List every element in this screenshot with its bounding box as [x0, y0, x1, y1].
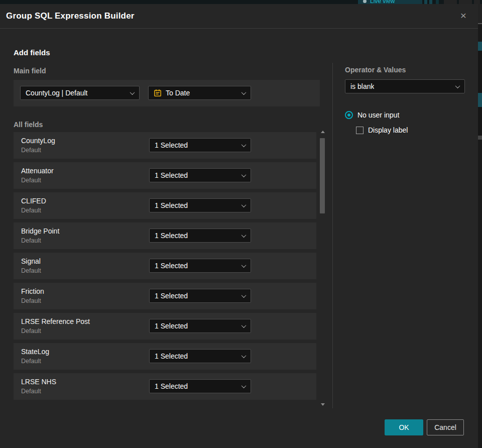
field-row: LRSE Reference Post Default 1 Selected — [14, 313, 316, 340]
main-field-select[interactable]: CountyLog | Default — [20, 86, 140, 100]
field-name: Bridge Point — [21, 227, 59, 235]
field-values-select-value: 1 Selected — [155, 262, 188, 270]
calendar-icon — [154, 89, 162, 97]
field-values-select-value: 1 Selected — [155, 352, 188, 360]
field-subtitle: Default — [21, 358, 41, 365]
field-values-select-value: 1 Selected — [155, 382, 188, 390]
field-row: Attenuator Default 1 Selected — [14, 162, 316, 189]
field-values-select-value: 1 Selected — [155, 232, 188, 240]
toolbar-icon-bar — [459, 0, 472, 4]
field-values-select-value: 1 Selected — [155, 141, 188, 149]
chevron-down-icon — [242, 172, 247, 177]
main-field-label: Main field — [14, 67, 46, 75]
live-view-toggle[interactable]: Live view — [358, 0, 422, 4]
field-values-select-value: 1 Selected — [155, 292, 188, 300]
background-selected-item — [478, 93, 482, 107]
dialog-title: Group SQL Expression Builder — [6, 11, 135, 21]
background-app-toolbar: Live view — [0, 0, 482, 4]
field-subtitle: Default — [21, 297, 41, 304]
field-values-select-value: 1 Selected — [155, 201, 188, 209]
chevron-down-icon — [242, 233, 247, 238]
field-subtitle: Default — [21, 207, 41, 214]
field-subtitle: Default — [21, 388, 41, 395]
chevron-down-icon — [242, 353, 247, 358]
field-subtitle: Default — [21, 327, 41, 334]
field-values-select[interactable]: 1 Selected — [149, 289, 251, 303]
main-field-select-value: CountyLog | Default — [26, 89, 88, 97]
operator-select-value: is blank — [350, 82, 374, 90]
toolbar-icon-bar — [429, 0, 432, 4]
live-view-label: Live view — [370, 0, 395, 4]
chevron-down-icon — [455, 83, 460, 88]
main-field-value-select[interactable]: To Date — [148, 86, 251, 100]
field-subtitle: Default — [21, 147, 41, 154]
field-values-select[interactable]: 1 Selected — [149, 379, 251, 393]
chevron-down-icon — [242, 383, 247, 388]
toolbar-icon-bar — [474, 0, 480, 4]
chevron-down-icon — [242, 202, 247, 207]
field-subtitle: Default — [21, 177, 41, 184]
field-values-select-value: 1 Selected — [155, 171, 188, 179]
field-subtitle: Default — [21, 267, 41, 274]
field-name: LRSE Reference Post — [21, 317, 90, 325]
background-app-edge — [478, 4, 482, 448]
field-name: StateLog — [21, 348, 49, 356]
fields-list-scrollbar[interactable] — [319, 130, 326, 407]
field-values-select[interactable]: 1 Selected — [149, 168, 251, 182]
field-values-select-value: 1 Selected — [155, 322, 188, 330]
live-view-toggle-dot — [363, 0, 367, 3]
main-field-value: To Date — [166, 89, 190, 97]
chevron-down-icon — [130, 90, 135, 95]
field-name: Friction — [21, 287, 44, 295]
field-values-select[interactable]: 1 Selected — [149, 349, 251, 363]
chevron-down-icon — [242, 263, 247, 268]
main-field-row: CountyLog | Default To Date — [14, 80, 320, 106]
field-name: Signal — [21, 257, 41, 265]
panel-divider — [332, 63, 333, 408]
toolbar-icon-bar — [436, 0, 439, 4]
all-fields-label: All fields — [14, 121, 43, 129]
cancel-button[interactable]: Cancel — [427, 419, 464, 435]
field-values-select[interactable]: 1 Selected — [149, 138, 251, 152]
no-user-input-radio[interactable]: No user input — [345, 111, 399, 119]
chevron-down-icon — [242, 323, 247, 328]
background-selected-item — [478, 42, 482, 51]
chevron-down-icon — [242, 142, 247, 147]
field-name: Attenuator — [21, 167, 54, 175]
chevron-down-icon — [242, 293, 247, 298]
dialog-header: Group SQL Expression Builder × — [0, 4, 478, 29]
all-fields-list: CountyLog Default 1 Selected Attenuator … — [14, 132, 316, 403]
field-row: CountyLog Default 1 Selected — [14, 132, 316, 159]
chevron-down-icon — [242, 90, 247, 95]
field-row: Friction Default 1 Selected — [14, 283, 316, 309]
operator-values-label: Operator & Values — [345, 66, 406, 74]
field-values-select[interactable]: 1 Selected — [149, 259, 251, 273]
checkbox-icon[interactable] — [356, 127, 364, 134]
close-icon[interactable]: × — [458, 11, 469, 22]
operator-select[interactable]: is blank — [345, 79, 465, 93]
field-name: CLIFED — [21, 197, 46, 205]
radio-icon[interactable] — [345, 111, 353, 119]
toolbar-icon-bar — [424, 0, 427, 4]
display-label-label: Display label — [368, 126, 408, 134]
display-label-checkbox[interactable]: Display label — [356, 126, 408, 134]
field-row: LRSE NHS Default 1 Selected — [14, 373, 316, 400]
scrollbar-thumb[interactable] — [320, 138, 325, 213]
field-name: LRSE NHS — [21, 378, 56, 386]
field-values-select[interactable]: 1 Selected — [149, 198, 251, 212]
field-name: CountyLog — [21, 137, 55, 145]
scroll-down-icon[interactable] — [321, 403, 325, 406]
field-values-select[interactable]: 1 Selected — [149, 229, 251, 243]
field-values-select[interactable]: 1 Selected — [149, 319, 251, 333]
field-row: Bridge Point Default 1 Selected — [14, 222, 316, 249]
field-row: CLIFED Default 1 Selected — [14, 192, 316, 219]
add-fields-heading: Add fields — [14, 48, 50, 57]
toolbar-icon-bar — [444, 0, 457, 4]
field-subtitle: Default — [21, 237, 41, 244]
field-row: Signal Default 1 Selected — [14, 253, 316, 279]
ok-button[interactable]: OK — [385, 419, 423, 435]
group-sql-expression-builder-dialog: Group SQL Expression Builder × Add field… — [0, 4, 478, 448]
field-row: StateLog Default 1 Selected — [14, 343, 316, 370]
no-user-input-label: No user input — [357, 111, 399, 119]
scroll-up-icon[interactable] — [321, 131, 325, 133]
